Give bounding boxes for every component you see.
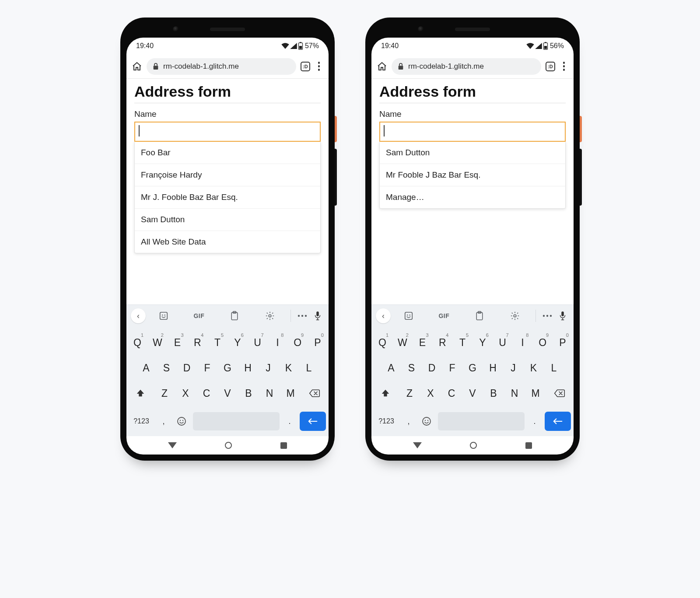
enter-key[interactable] — [300, 412, 326, 431]
symbols-key[interactable]: ?123 — [129, 411, 154, 432]
key-r[interactable]: R4 — [434, 331, 451, 354]
key-l[interactable]: L — [301, 357, 317, 379]
key-n[interactable]: N — [261, 382, 278, 405]
key-c[interactable]: C — [198, 382, 215, 405]
home-icon[interactable] — [377, 61, 387, 72]
backspace-key[interactable] — [548, 382, 571, 405]
key-w[interactable]: W2 — [149, 331, 166, 354]
shift-key[interactable] — [129, 382, 152, 405]
autofill-suggestion[interactable]: Manage… — [380, 186, 565, 208]
volume-rocker[interactable] — [580, 149, 582, 206]
comma-key[interactable]: , — [402, 411, 415, 432]
settings-icon[interactable] — [497, 311, 533, 321]
key-j[interactable]: J — [260, 357, 276, 379]
key-s[interactable]: S — [158, 357, 175, 379]
clipboard-icon[interactable] — [462, 311, 497, 321]
key-q[interactable]: Q1 — [129, 331, 146, 354]
address-bar[interactable]: rm-codelab-1.glitch.me — [147, 58, 296, 75]
autofill-suggestion[interactable]: Mr Fooble J Baz Bar Esq. — [380, 164, 565, 186]
key-r[interactable]: R4 — [189, 331, 206, 354]
tabs-button[interactable]: :D — [301, 62, 310, 71]
key-u[interactable]: U7 — [494, 331, 511, 354]
key-c[interactable]: C — [443, 382, 460, 405]
key-k[interactable]: K — [525, 357, 542, 379]
key-v[interactable]: V — [219, 382, 236, 405]
autofill-suggestion[interactable]: Foo Bar — [135, 142, 320, 164]
backspace-key[interactable] — [303, 382, 326, 405]
key-g[interactable]: G — [464, 357, 481, 379]
gif-button[interactable]: GIF — [426, 312, 462, 319]
key-b[interactable]: B — [485, 382, 502, 405]
space-key[interactable] — [193, 412, 280, 430]
key-h[interactable]: H — [485, 357, 501, 379]
sticker-icon[interactable] — [146, 311, 181, 321]
more-icon[interactable] — [294, 315, 311, 317]
symbols-key[interactable]: ?123 — [374, 411, 399, 432]
clipboard-icon[interactable] — [217, 311, 252, 321]
key-i[interactable]: I8 — [514, 331, 531, 354]
autofill-suggestion[interactable]: Mr J. Fooble Baz Bar Esq. — [135, 186, 320, 208]
keyboard-collapse-icon[interactable]: ‹ — [131, 308, 146, 323]
key-d[interactable]: D — [424, 357, 440, 379]
key-o[interactable]: O9 — [289, 331, 306, 354]
key-p[interactable]: P0 — [554, 331, 571, 354]
key-m[interactable]: M — [282, 382, 299, 405]
key-z[interactable]: Z — [156, 382, 173, 405]
mic-icon[interactable] — [556, 311, 569, 321]
key-p[interactable]: P0 — [309, 331, 326, 354]
key-y[interactable]: Y6 — [229, 331, 246, 354]
key-s[interactable]: S — [403, 357, 420, 379]
nav-back-icon[interactable] — [413, 442, 422, 448]
keyboard-collapse-icon[interactable]: ‹ — [376, 308, 391, 323]
space-key[interactable] — [438, 412, 525, 430]
autofill-suggestion[interactable]: Sam Dutton — [380, 142, 565, 164]
autofill-suggestion[interactable]: Sam Dutton — [135, 208, 320, 231]
key-x[interactable]: X — [422, 382, 439, 405]
key-j[interactable]: J — [505, 357, 522, 379]
overflow-menu-icon[interactable] — [560, 62, 568, 71]
shift-key[interactable] — [374, 382, 397, 405]
key-y[interactable]: Y6 — [474, 331, 491, 354]
period-key[interactable]: . — [283, 411, 296, 432]
overflow-menu-icon[interactable] — [315, 62, 323, 71]
key-t[interactable]: T5 — [454, 331, 471, 354]
key-d[interactable]: D — [178, 357, 195, 379]
key-i[interactable]: I8 — [269, 331, 286, 354]
sticker-icon[interactable] — [391, 311, 426, 321]
key-f[interactable]: F — [444, 357, 461, 379]
more-icon[interactable] — [539, 315, 556, 317]
nav-home-icon[interactable] — [470, 442, 477, 449]
period-key[interactable]: . — [528, 411, 541, 432]
power-button[interactable] — [580, 116, 582, 142]
power-button[interactable] — [335, 116, 337, 142]
key-b[interactable]: B — [240, 382, 257, 405]
key-a[interactable]: A — [138, 357, 154, 379]
name-input[interactable] — [379, 122, 566, 142]
key-a[interactable]: A — [383, 357, 399, 379]
nav-home-icon[interactable] — [225, 442, 232, 449]
key-t[interactable]: T5 — [209, 331, 226, 354]
key-n[interactable]: N — [506, 382, 523, 405]
autofill-suggestion[interactable]: All Web Site Data — [135, 231, 320, 253]
key-v[interactable]: V — [464, 382, 481, 405]
key-m[interactable]: M — [527, 382, 544, 405]
emoji-key[interactable] — [419, 411, 434, 432]
name-input[interactable] — [134, 122, 321, 142]
tabs-button[interactable]: :D — [546, 62, 555, 71]
nav-back-icon[interactable] — [168, 442, 177, 448]
autofill-suggestion[interactable]: Françoise Hardy — [135, 164, 320, 186]
comma-key[interactable]: , — [157, 411, 170, 432]
key-l[interactable]: L — [546, 357, 562, 379]
key-x[interactable]: X — [177, 382, 194, 405]
key-h[interactable]: H — [240, 357, 256, 379]
settings-icon[interactable] — [252, 311, 288, 321]
key-u[interactable]: U7 — [249, 331, 266, 354]
emoji-key[interactable] — [174, 411, 189, 432]
nav-recent-icon[interactable] — [525, 442, 532, 449]
key-w[interactable]: W2 — [394, 331, 411, 354]
home-icon[interactable] — [132, 61, 142, 72]
key-o[interactable]: O9 — [534, 331, 551, 354]
key-e[interactable]: E3 — [169, 331, 186, 354]
address-bar[interactable]: rm-codelab-1.glitch.me — [392, 58, 541, 75]
key-g[interactable]: G — [219, 357, 236, 379]
